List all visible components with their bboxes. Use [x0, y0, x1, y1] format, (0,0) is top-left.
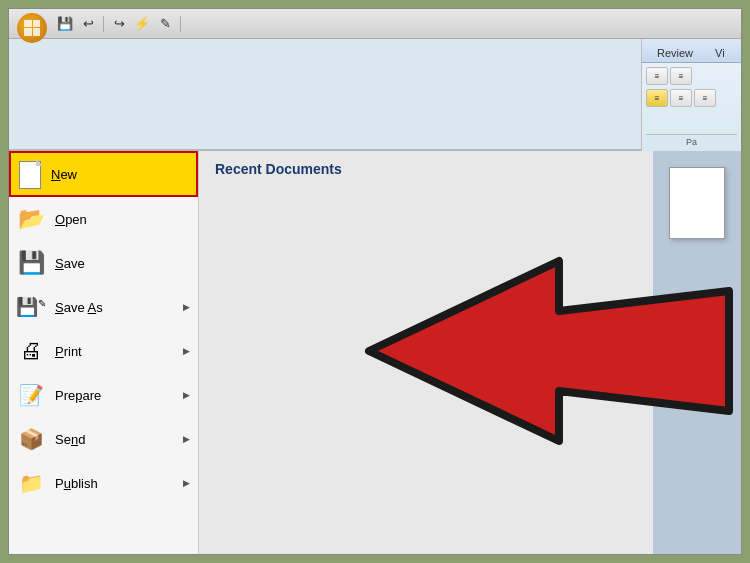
ribbon-align-right[interactable]: ≡	[694, 89, 716, 107]
redo-icon[interactable]: ↪	[109, 14, 129, 34]
menu-item-prepare[interactable]: 📝 Prepare ▶	[9, 373, 198, 417]
ribbon-list-btn-2[interactable]: ≡	[670, 67, 692, 85]
undo-icon[interactable]: ↩	[78, 14, 98, 34]
save-as-icon: 💾 ✎	[15, 291, 47, 323]
send-arrow: ▶	[183, 434, 190, 444]
toolbar-separator-2	[180, 16, 181, 32]
paragraph-label: Pa	[646, 134, 737, 147]
menu-save-label: Save	[55, 256, 190, 271]
ribbon-align-center[interactable]: ≡	[670, 89, 692, 107]
ribbon-align-buttons: ≡ ≡ ≡	[646, 89, 737, 107]
recent-docs-panel: Recent Documents 📌 📌	[199, 151, 741, 554]
new-underline: N	[51, 167, 60, 182]
saveas-arrow: ▶	[183, 302, 190, 312]
ribbon-list-buttons: ≡ ≡	[646, 67, 737, 85]
menu-send-label: Send	[55, 432, 175, 447]
office-button[interactable]	[17, 13, 47, 43]
open-underline: O	[55, 212, 65, 227]
menu-open-label: Open	[55, 212, 190, 227]
save-icon: 💾	[15, 247, 47, 279]
tab-review-label: Review	[657, 47, 693, 59]
run-icon[interactable]: ✎	[155, 14, 175, 34]
save-quick-icon[interactable]: 💾	[55, 14, 75, 34]
toolbar-separator	[103, 16, 104, 32]
office-menu: New 📂 Open 💾 Save	[9, 151, 199, 554]
quick-access-toolbar: 💾 ↩ ↪ ⚡ ✎	[55, 14, 183, 34]
menu-item-new[interactable]: New	[9, 151, 198, 197]
menu-publish-label: Publish	[55, 476, 175, 491]
new-rest: ew	[60, 167, 77, 182]
new-icon	[17, 159, 43, 189]
menu-saveas-label: Save As	[55, 300, 175, 315]
menu-item-send[interactable]: 📦 Send ▶	[9, 417, 198, 461]
title-bar: 💾 ↩ ↪ ⚡ ✎	[9, 9, 741, 39]
menu-item-publish[interactable]: 📁 Publish ▶	[9, 461, 198, 505]
tab-review[interactable]: Review	[646, 43, 704, 62]
page-canvas	[669, 167, 725, 239]
folder-open-icon: 📂	[18, 206, 45, 232]
prepare-icon: 📝	[15, 379, 47, 411]
menu-item-open[interactable]: 📂 Open	[9, 197, 198, 241]
menu-prepare-label: Prepare	[55, 388, 175, 403]
menu-print-label: Print	[55, 344, 175, 359]
app-window: 💾 ↩ ↪ ⚡ ✎ Review Vi ≡ ≡	[8, 8, 742, 555]
ribbon-align-left[interactable]: ≡	[646, 89, 668, 107]
open-icon: 📂	[15, 203, 47, 235]
recent-docs-title: Recent Documents	[215, 161, 725, 177]
menu-item-save[interactable]: 💾 Save	[9, 241, 198, 285]
print-arrow: ▶	[183, 346, 190, 356]
publish-arrow: ▶	[183, 478, 190, 488]
page-preview-area	[653, 151, 741, 554]
ribbon-list-btn-1[interactable]: ≡	[646, 67, 668, 85]
customize-icon[interactable]: ⚡	[132, 14, 152, 34]
tab-vi[interactable]: Vi	[704, 43, 736, 62]
print-icon: 🖨	[15, 335, 47, 367]
menu-item-save-as[interactable]: 💾 ✎ Save As ▶	[9, 285, 198, 329]
prepare-arrow: ▶	[183, 390, 190, 400]
publish-icon: 📁	[15, 467, 47, 499]
office-logo	[24, 20, 40, 36]
main-content: New 📂 Open 💾 Save	[9, 151, 741, 554]
menu-item-print[interactable]: 🖨 Print ▶	[9, 329, 198, 373]
menu-new-label: New	[51, 167, 188, 182]
tab-vi-label: Vi	[715, 47, 725, 59]
send-icon: 📦	[15, 423, 47, 455]
